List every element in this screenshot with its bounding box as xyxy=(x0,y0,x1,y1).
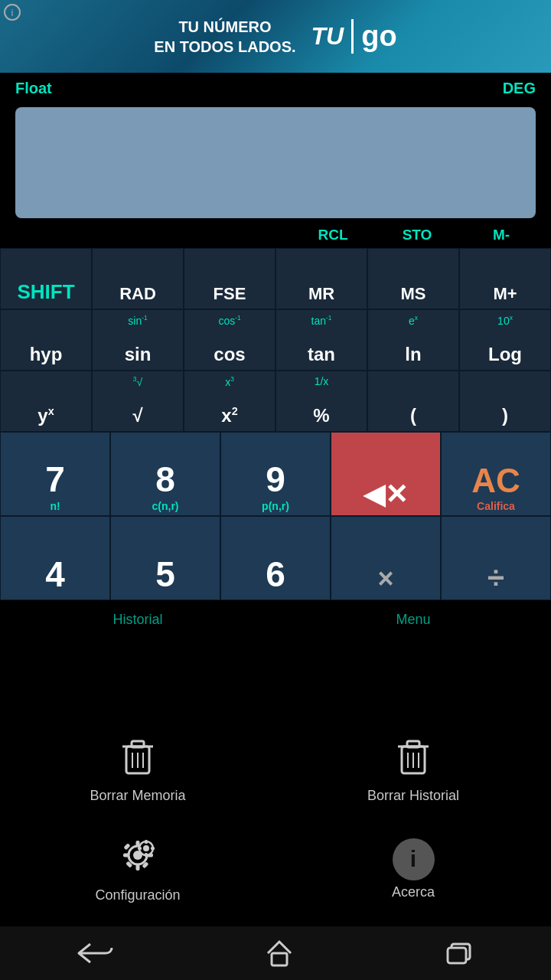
califica-label: Califica xyxy=(442,500,550,512)
button-7[interactable]: 7 n! xyxy=(0,432,110,516)
svg-rect-28 xyxy=(272,953,287,965)
inv-label: 1/x xyxy=(315,375,329,387)
ms-button[interactable]: MS xyxy=(367,248,459,309)
divide-button[interactable]: ÷ xyxy=(441,516,551,600)
status-bar: Float DEG xyxy=(0,73,551,103)
configuracion-button[interactable]: Configuración xyxy=(0,827,276,911)
sto-button[interactable]: STO xyxy=(375,225,459,245)
memory-row: RCL STO M- xyxy=(0,222,551,248)
acerca-button[interactable]: i Acerca xyxy=(276,827,551,911)
xsq-button[interactable]: x3 x2 xyxy=(184,371,276,432)
cnr-label: c(n,r) xyxy=(111,500,220,512)
borrar-memoria-button[interactable]: Borrar Memoria xyxy=(0,727,276,812)
yx-button[interactable]: yx xyxy=(0,371,92,432)
acerca-label: Acerca xyxy=(392,884,435,900)
ac-button[interactable]: AC Califica xyxy=(441,432,551,516)
button-5[interactable]: 5 xyxy=(110,516,220,600)
home-button[interactable] xyxy=(241,930,318,976)
n8-label: 8 xyxy=(155,459,175,500)
svg-point-23 xyxy=(143,845,149,851)
shift-button[interactable]: SHIFT xyxy=(0,248,92,309)
calculator-display xyxy=(15,107,536,218)
svg-rect-16 xyxy=(123,854,129,858)
hyp-label: hyp xyxy=(30,344,63,365)
cbrt-label: 3√ xyxy=(133,375,142,388)
svg-rect-8 xyxy=(407,741,419,747)
svg-rect-27 xyxy=(151,847,155,850)
gear-icon xyxy=(117,835,159,884)
row-5: 4 5 6 × ÷ xyxy=(0,516,551,600)
back-button[interactable] xyxy=(52,933,136,975)
percent-button[interactable]: 1/x % xyxy=(276,371,367,432)
pnr-label: p(n,r) xyxy=(221,500,330,512)
backspace-button[interactable]: ◀✕ xyxy=(331,432,441,516)
ln-label: ln xyxy=(405,344,421,365)
tan-button[interactable]: tan-1 tan xyxy=(276,309,367,371)
float-label: Float xyxy=(15,80,52,97)
cos-inv-label: cos-1 xyxy=(218,314,240,327)
xsq-label: x2 xyxy=(221,405,237,426)
banner-brand: TU go xyxy=(311,19,397,54)
menu-label: Menu xyxy=(276,612,551,628)
navigation-bar xyxy=(0,926,551,980)
bottom-nav-labels: Historial Menu xyxy=(0,600,551,639)
svg-rect-24 xyxy=(145,840,148,844)
cos-label: cos xyxy=(214,344,245,365)
rparen-button[interactable]: ) xyxy=(459,371,551,432)
sin-label: sin xyxy=(125,344,152,365)
ac-label: AC xyxy=(471,462,520,500)
overlay-bottom-row: Configuración i Acerca xyxy=(0,819,551,926)
historial-label: Historial xyxy=(0,612,276,628)
log-button[interactable]: 10x Log xyxy=(459,309,551,371)
sin-inv-label: sin-1 xyxy=(128,314,147,327)
ln-button[interactable]: ex ln xyxy=(367,309,459,371)
multiply-button[interactable]: × xyxy=(331,516,441,600)
row-1: SHIFT RAD FSE MR MS M+ xyxy=(0,248,551,309)
tan-inv-label: tan-1 xyxy=(311,314,332,327)
row-4: 7 n! 8 c(n,r) 9 p(n,r) ◀✕ AC Califica xyxy=(0,432,551,516)
mplus-button[interactable]: M+ xyxy=(459,248,551,309)
button-8[interactable]: 8 c(n,r) xyxy=(110,432,220,516)
rcl-button[interactable]: RCL xyxy=(291,225,375,245)
svg-rect-15 xyxy=(135,864,139,871)
sin-button[interactable]: sin-1 sin xyxy=(92,309,184,371)
svg-rect-2 xyxy=(132,741,144,747)
svg-rect-30 xyxy=(448,948,466,963)
borrar-memoria-label: Borrar Memoria xyxy=(90,788,185,804)
rparen-label: ) xyxy=(502,405,508,426)
configuracion-label: Configuración xyxy=(95,887,180,903)
mr-button[interactable]: MR xyxy=(276,248,367,309)
lparen-button[interactable]: ( xyxy=(367,371,459,432)
row-3: yx 3√ √ x3 x2 1/x % ( ) xyxy=(0,371,551,432)
borrar-historial-button[interactable]: Borrar Historial xyxy=(276,727,551,812)
ex-label: ex xyxy=(409,314,418,327)
svg-rect-26 xyxy=(138,847,142,850)
svg-rect-25 xyxy=(145,853,148,857)
borrar-historial-label: Borrar Historial xyxy=(367,788,459,804)
info-icon: i xyxy=(4,4,21,21)
banner-slogan: TU NÚMEROEN TODOS LADOS. xyxy=(154,17,295,57)
sqrt-button[interactable]: 3√ √ xyxy=(92,371,184,432)
cos-button[interactable]: cos-1 cos xyxy=(184,309,276,371)
yx-label: yx xyxy=(37,405,54,426)
log-label: Log xyxy=(488,344,522,365)
deg-label: DEG xyxy=(503,80,536,97)
recent-apps-button[interactable] xyxy=(422,933,499,975)
overlay-top-row: Borrar Memoria Borrar Historial xyxy=(0,712,551,819)
hyp-button[interactable]: hyp xyxy=(0,309,92,371)
rad-button[interactable]: RAD xyxy=(92,248,184,309)
sqrt-label: √ xyxy=(132,405,142,426)
button-9[interactable]: 9 p(n,r) xyxy=(220,432,331,516)
row-2: hyp sin-1 sin cos-1 cos tan-1 tan ex ln … xyxy=(0,309,551,371)
info-circle-icon: i xyxy=(393,838,435,880)
button-4[interactable]: 4 xyxy=(0,516,110,600)
fse-button[interactable]: FSE xyxy=(184,248,276,309)
trash-icon-history xyxy=(394,735,432,784)
trash-icon-memory xyxy=(119,735,157,784)
n9-label: 9 xyxy=(266,459,285,500)
nfact-label: n! xyxy=(1,500,109,512)
button-6[interactable]: 6 xyxy=(220,516,331,600)
overlay-panel: Borrar Memoria Borrar Historial xyxy=(0,712,551,926)
mminus-button[interactable]: M- xyxy=(459,225,543,245)
xcube-label: x3 xyxy=(225,375,234,388)
